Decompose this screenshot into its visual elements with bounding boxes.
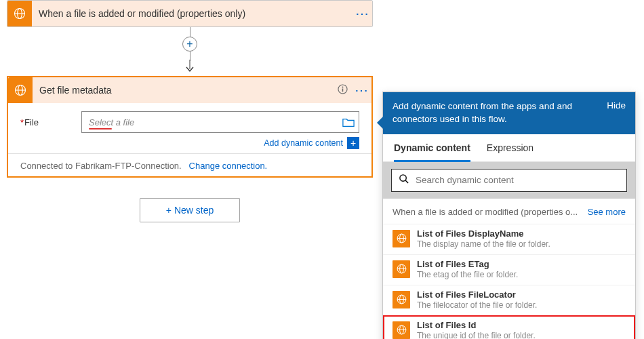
svg-rect-9 [342, 88, 343, 92]
trigger-header[interactable]: When a file is added or modified (proper… [7, 1, 372, 26]
spellcheck-underline-icon [89, 128, 112, 129]
sftp-icon [7, 1, 32, 26]
action-title: Get file metadata [33, 85, 334, 96]
file-input-container[interactable] [81, 111, 359, 133]
dynamic-item-desc: The display name of the file or folder. [417, 239, 550, 249]
svg-point-10 [400, 175, 406, 181]
change-connection-link[interactable]: Change connection. [189, 161, 268, 171]
file-input[interactable] [89, 117, 342, 127]
sftp-icon [393, 291, 410, 308]
new-step-button[interactable]: +New step [140, 198, 241, 222]
dynamic-content-panel: Add dynamic content from the apps and an… [382, 92, 636, 339]
search-box[interactable] [391, 169, 627, 192]
tab-dynamic-content[interactable]: Dynamic content [394, 142, 470, 162]
trigger-menu-button[interactable]: ⋯ [352, 5, 372, 22]
connector: + [7, 27, 373, 76]
insert-step-button[interactable]: + [182, 37, 197, 52]
connection-status: Connected to Fabrikam-FTP-Connection. Ch… [20, 161, 359, 171]
svg-point-8 [342, 86, 343, 87]
dynamic-group-title: When a file is added or modified (proper… [393, 207, 578, 217]
dynamic-panel-header: Add dynamic content from the apps and an… [383, 92, 635, 134]
folder-picker-icon[interactable] [342, 116, 355, 128]
svg-line-11 [405, 181, 408, 184]
sftp-icon [393, 321, 410, 339]
action-menu-button[interactable]: ⋯ [351, 82, 371, 98]
dynamic-tabs: Dynamic content Expression [383, 134, 635, 162]
trigger-card[interactable]: When a file is added or modified (proper… [7, 0, 373, 27]
arrow-down-icon [184, 60, 195, 76]
dynamic-item-filelocator[interactable]: List of Files FileLocator The filelocato… [383, 285, 635, 315]
tab-expression[interactable]: Expression [487, 142, 534, 161]
action-header[interactable]: Get file metadata ⋯ [8, 77, 371, 103]
dynamic-item-desc: The filelocator of the file or folder. [417, 300, 537, 310]
add-dynamic-content-button[interactable]: + [347, 137, 359, 149]
search-wrap [383, 162, 635, 199]
file-label: *File [20, 117, 75, 127]
dynamic-item-desc: The etag of the file or folder. [417, 270, 518, 279]
info-icon[interactable] [334, 84, 351, 97]
dynamic-item-title: List of Files FileLocator [417, 290, 537, 300]
see-more-link[interactable]: See more [588, 207, 626, 217]
dynamic-item-displayname[interactable]: List of Files DisplayName The display na… [383, 224, 635, 254]
panel-pointer-icon [377, 117, 383, 129]
action-card: Get file metadata ⋯ *File Add dynamic co… [7, 76, 373, 178]
sftp-icon [8, 77, 33, 103]
divider [8, 153, 371, 154]
hide-button[interactable]: Hide [607, 100, 626, 126]
trigger-title: When a file is added or modified (proper… [32, 8, 352, 19]
dynamic-panel-header-text: Add dynamic content from the apps and an… [393, 100, 599, 126]
add-dynamic-content-link[interactable]: Add dynamic content [264, 138, 343, 148]
sftp-icon [393, 260, 410, 278]
search-input[interactable] [416, 175, 620, 185]
search-icon [399, 174, 409, 186]
sftp-icon [393, 230, 410, 247]
dynamic-item-title: List of Files Id [417, 320, 536, 330]
dynamic-item-title: List of Files ETag [417, 259, 518, 269]
dynamic-item-etag[interactable]: List of Files ETag The etag of the file … [383, 254, 635, 285]
dynamic-item-title: List of Files DisplayName [417, 228, 550, 239]
dynamic-group-header: When a file is added or modified (proper… [383, 199, 635, 224]
dynamic-item-id[interactable]: List of Files Id The unique id of the fi… [383, 315, 635, 339]
dynamic-item-desc: The unique id of the file or folder. [417, 331, 536, 339]
